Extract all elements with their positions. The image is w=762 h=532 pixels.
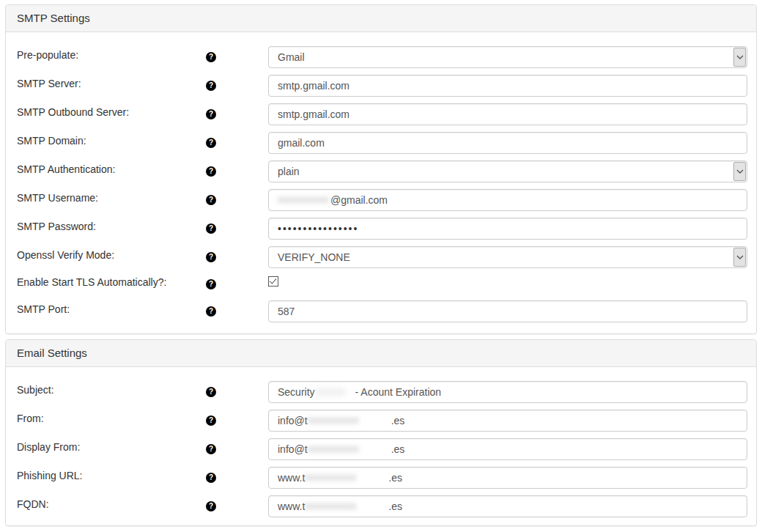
subject-input[interactable]: Securityxxxxxx- Acount Expiration xyxy=(268,381,747,403)
form-row-smtp-outbound-server: SMTP Outbound Server: ? smtp.gmail.com xyxy=(17,103,747,125)
input-value: smtp.gmail.com xyxy=(278,80,349,92)
field-label: From: xyxy=(17,410,206,432)
input-value: info@t xyxy=(278,415,308,426)
input-value: .es xyxy=(388,472,402,484)
field-label: SMTP Server: xyxy=(17,75,206,97)
chevron-down-icon xyxy=(733,48,746,67)
openssl-verify-mode-select[interactable]: VERIFY_NONE xyxy=(268,246,747,268)
chevron-down-icon xyxy=(733,162,746,181)
field-label: Pre-populate: xyxy=(17,46,206,68)
form-row-openssl-verify-mode: Openssl Verify Mode: ? VERIFY_NONE xyxy=(17,246,747,268)
smtp-domain-input[interactable]: gmail.com xyxy=(268,132,747,154)
form-row-smtp-username: SMTP Username: ? xxxxxxxxxx@gmail.com xyxy=(17,189,747,211)
help-icon[interactable]: ? xyxy=(206,279,216,289)
form-row-from: From: ? info@txxxxxxxxxx.es xyxy=(17,410,747,432)
fqdn-input[interactable]: www.txxxxxxxxxx.es xyxy=(268,495,747,517)
redacted-text: xxxxxxxxxx xyxy=(308,443,391,456)
smtp-settings-panel: SMTP Settings Pre-populate: ? Gmail SMTP… xyxy=(5,4,757,334)
form-row-smtp-password: SMTP Password: ? •••••••••••••••• xyxy=(17,218,747,240)
field-label: FQDN: xyxy=(17,495,206,517)
smtp-password-input[interactable]: •••••••••••••••• xyxy=(268,218,747,240)
input-value: .es xyxy=(388,500,402,512)
email-settings-panel-body: Subject: ? Securityxxxxxx- Acount Expira… xyxy=(6,367,756,525)
redacted-text: xxxxxxxxxx xyxy=(308,414,391,427)
form-row-smtp-server: SMTP Server: ? smtp.gmail.com xyxy=(17,75,747,97)
panel-title: Email Settings xyxy=(17,347,87,359)
help-icon[interactable]: ? xyxy=(206,223,216,234)
form-row-subject: Subject: ? Securityxxxxxx- Acount Expira… xyxy=(17,381,747,403)
field-label: SMTP Password: xyxy=(17,218,206,240)
smtp-port-input[interactable]: 587 xyxy=(268,300,747,322)
select-value: plain xyxy=(278,166,300,177)
input-value: www.t xyxy=(278,500,305,512)
input-value: .es xyxy=(391,415,405,426)
field-label: Enable Start TLS Automatically?: xyxy=(17,275,206,294)
email-settings-panel-heading: Email Settings xyxy=(6,340,756,367)
help-icon[interactable]: ? xyxy=(206,473,216,483)
from-input[interactable]: info@txxxxxxxxxx.es xyxy=(268,410,747,432)
form-row-smtp-authentication: SMTP Authentication: ? plain xyxy=(17,160,747,182)
field-label: Display From: xyxy=(17,438,206,460)
starttls-checkbox[interactable] xyxy=(268,276,278,287)
select-value: Gmail xyxy=(278,51,305,63)
input-value: smtp.gmail.com xyxy=(278,108,349,120)
field-label: Openssl Verify Mode: xyxy=(17,246,206,268)
smtp-settings-panel-heading: SMTP Settings xyxy=(6,5,756,32)
input-value: Security xyxy=(278,386,315,398)
help-icon[interactable]: ? xyxy=(206,195,216,205)
prepopulate-select[interactable]: Gmail xyxy=(268,46,747,68)
form-row-smtp-domain: SMTP Domain: ? gmail.com xyxy=(17,132,747,154)
field-label: Phishing URL: xyxy=(17,467,206,489)
smtp-settings-panel-body: Pre-populate: ? Gmail SMTP Server: ? smt… xyxy=(6,32,756,333)
redacted-text: xxxxxxxxxx xyxy=(278,193,330,207)
form-row-phishing-url: Phishing URL: ? www.txxxxxxxxxx.es xyxy=(17,467,747,489)
help-icon[interactable]: ? xyxy=(206,306,216,317)
field-label: SMTP Authentication: xyxy=(17,160,206,182)
smtp-server-input[interactable]: smtp.gmail.com xyxy=(268,75,747,97)
select-value: VERIFY_NONE xyxy=(278,251,350,263)
redacted-text: xxxxxxxxxx xyxy=(305,471,388,484)
redacted-text: xxxxxx xyxy=(315,385,355,399)
help-icon[interactable]: ? xyxy=(206,52,216,62)
field-label: SMTP Username: xyxy=(17,189,206,211)
chevron-down-icon xyxy=(733,248,746,267)
form-row-fqdn: FQDN: ? www.txxxxxxxxxx.es xyxy=(17,495,747,517)
help-icon[interactable]: ? xyxy=(206,387,216,397)
display-from-input[interactable]: info@txxxxxxxxxx.es xyxy=(268,438,747,460)
panel-title: SMTP Settings xyxy=(17,12,90,24)
help-icon[interactable]: ? xyxy=(206,501,216,511)
field-label: SMTP Port: xyxy=(17,300,206,322)
phishing-url-input[interactable]: www.txxxxxxxxxx.es xyxy=(268,467,747,489)
help-icon[interactable]: ? xyxy=(206,444,216,454)
form-row-display-from: Display From: ? info@txxxxxxxxxx.es xyxy=(17,438,747,460)
help-icon[interactable]: ? xyxy=(206,166,216,177)
field-label: SMTP Outbound Server: xyxy=(17,103,206,125)
smtp-authentication-select[interactable]: plain xyxy=(268,160,747,182)
input-value: - Acount Expiration xyxy=(355,386,442,398)
help-icon[interactable]: ? xyxy=(206,252,216,262)
help-icon[interactable]: ? xyxy=(206,415,216,426)
masked-password: •••••••••••••••• xyxy=(278,223,358,234)
redacted-text: xxxxxxxxxx xyxy=(305,500,388,513)
form-row-smtp-port: SMTP Port: ? 587 xyxy=(17,300,747,322)
help-icon[interactable]: ? xyxy=(206,109,216,119)
email-settings-panel: Email Settings Subject: ? Securityxxxxxx… xyxy=(5,339,757,526)
form-row-pre-populate: Pre-populate: ? Gmail xyxy=(17,46,747,68)
field-label: Subject: xyxy=(17,381,206,403)
input-value: www.t xyxy=(278,472,305,484)
help-icon[interactable]: ? xyxy=(206,81,216,91)
help-icon[interactable]: ? xyxy=(206,138,216,148)
input-value: @gmail.com xyxy=(330,194,388,206)
field-label: SMTP Domain: xyxy=(17,132,206,154)
input-value: gmail.com xyxy=(278,137,325,149)
input-value: .es xyxy=(391,443,405,455)
smtp-outbound-server-input[interactable]: smtp.gmail.com xyxy=(268,103,747,125)
input-value: 587 xyxy=(278,306,295,317)
input-value: info@t xyxy=(278,443,308,455)
smtp-username-input[interactable]: xxxxxxxxxx@gmail.com xyxy=(268,189,747,211)
form-row-enable-starttls: Enable Start TLS Automatically?: ? xyxy=(17,275,747,294)
